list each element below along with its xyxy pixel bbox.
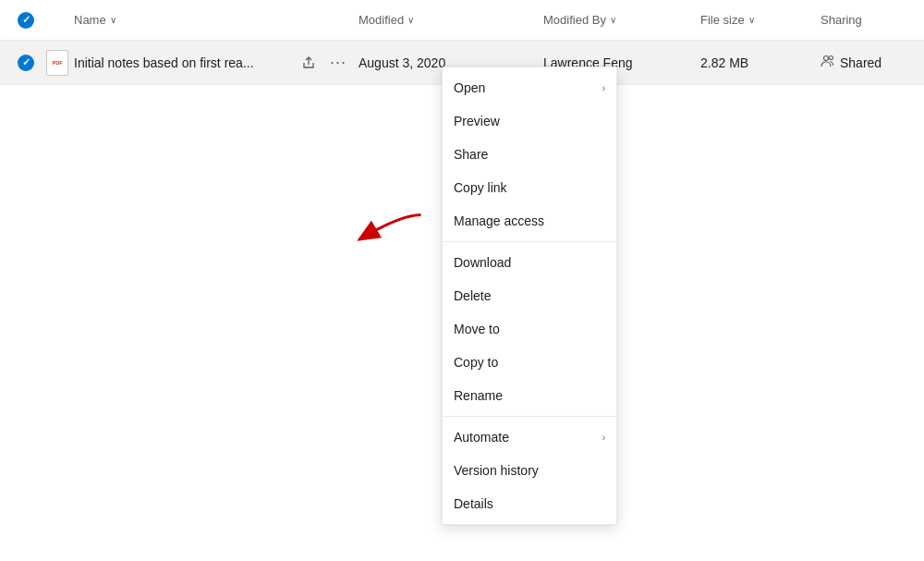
menu-item-copy-link[interactable]: Copy link	[443, 171, 616, 204]
col-filesize-label: File size	[700, 13, 745, 27]
menu-item-copy-to[interactable]: Copy to	[443, 346, 616, 379]
menu-item-open-chevron: ›	[602, 83, 605, 93]
menu-item-move-to-label: Move to	[454, 322, 605, 336]
menu-item-automate[interactable]: Automate ›	[443, 421, 616, 454]
col-name-label: Name	[74, 13, 106, 27]
svg-point-1	[830, 56, 833, 60]
header-checkmark	[18, 12, 34, 29]
col-modified-sort-icon: ∨	[407, 15, 414, 25]
col-header-sharing: Sharing	[821, 13, 913, 27]
more-options-icon: ···	[330, 53, 346, 72]
sharing-label: Shared	[840, 55, 881, 70]
row-checkbox[interactable]	[11, 55, 41, 71]
menu-item-preview[interactable]: Preview	[443, 104, 616, 138]
col-modified-by-label: Modified By	[543, 13, 606, 27]
sharing-people-icon	[821, 55, 835, 70]
col-header-modified[interactable]: Modified ∨	[359, 13, 543, 27]
col-sharing-label: Sharing	[821, 13, 862, 27]
menu-item-download-label: Download	[454, 255, 605, 270]
menu-item-copy-to-label: Copy to	[454, 355, 605, 370]
menu-item-version-history[interactable]: Version history	[443, 454, 616, 487]
col-modified-label: Modified	[359, 13, 404, 27]
menu-item-preview-label: Preview	[454, 114, 605, 128]
row-checkmark	[18, 55, 34, 71]
row-action-buttons: ···	[296, 50, 351, 76]
menu-item-open-label: Open	[454, 80, 602, 95]
pdf-icon	[46, 50, 68, 76]
menu-item-rename[interactable]: Rename	[443, 379, 616, 412]
select-all-checkbox[interactable]	[11, 12, 41, 29]
menu-item-manage-access[interactable]: Manage access	[443, 204, 616, 238]
menu-item-delete[interactable]: Delete	[443, 279, 616, 312]
menu-item-delete-label: Delete	[454, 288, 605, 303]
file-name: Initial notes based on first rea...	[74, 55, 296, 70]
menu-separator-2	[443, 416, 616, 417]
menu-item-details[interactable]: Details	[443, 487, 616, 520]
col-header-name[interactable]: Name ∨	[74, 13, 359, 27]
share-button[interactable]	[296, 50, 322, 76]
more-options-button[interactable]: ···	[325, 50, 351, 76]
svg-point-0	[824, 56, 829, 61]
menu-item-open[interactable]: Open ›	[443, 71, 616, 104]
menu-item-version-history-label: Version history	[454, 463, 605, 478]
menu-item-download[interactable]: Download	[443, 246, 616, 279]
context-menu: Open › Preview Share Copy link Manage ac…	[442, 67, 617, 525]
menu-item-share-label: Share	[454, 147, 605, 162]
menu-item-automate-chevron: ›	[602, 433, 605, 443]
menu-item-copy-link-label: Copy link	[454, 180, 605, 195]
menu-item-share[interactable]: Share	[443, 138, 616, 171]
menu-item-manage-access-label: Manage access	[454, 213, 605, 228]
menu-item-rename-label: Rename	[454, 388, 605, 403]
file-size: 2.82 MB	[700, 55, 821, 70]
table-header: Name ∨ Modified ∨ Modified By ∨ File siz…	[0, 0, 924, 41]
col-modified-by-sort-icon: ∨	[610, 15, 616, 25]
col-header-modified-by[interactable]: Modified By ∨	[543, 13, 700, 27]
menu-item-move-to[interactable]: Move to	[443, 312, 616, 346]
menu-item-details-label: Details	[454, 496, 605, 511]
col-header-filesize[interactable]: File size ∨	[700, 13, 821, 27]
annotation-arrow	[351, 211, 425, 248]
col-filesize-sort-icon: ∨	[748, 15, 755, 25]
menu-separator-1	[443, 241, 616, 242]
menu-item-automate-label: Automate	[454, 430, 602, 445]
col-name-sort-icon: ∨	[110, 15, 116, 25]
file-sharing: Shared	[821, 55, 913, 70]
file-type-icon	[41, 50, 74, 76]
